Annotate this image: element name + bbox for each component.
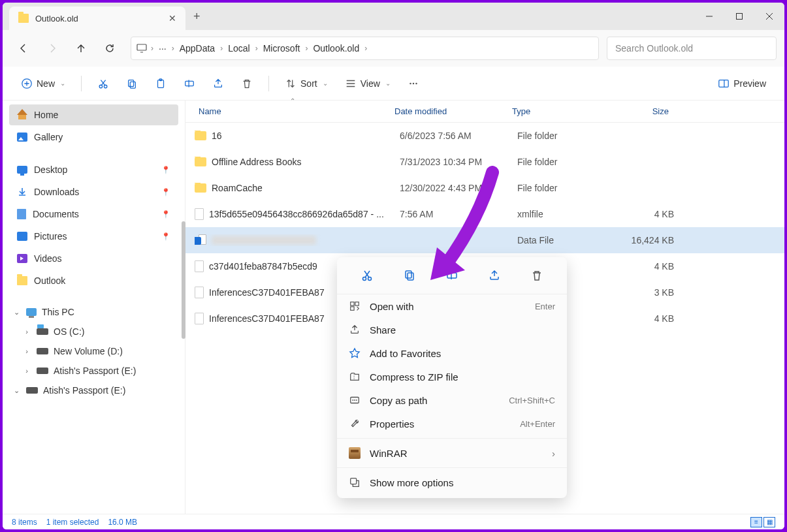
table-row[interactable]: 13f5d655e09456438cc866926da65d87 - ...7:…	[185, 201, 784, 227]
sidebar-drive-e2[interactable]: ⌄Atish's Passport (E:)	[9, 381, 178, 399]
new-tab-button[interactable]: +	[193, 10, 201, 23]
table-row[interactable]: xxxxxxData File16,424 KB	[185, 227, 784, 253]
outlook-file-icon	[195, 234, 206, 246]
breadcrumb-local[interactable]: Local	[225, 42, 252, 55]
ctx-winrar[interactable]: WinRAR›	[337, 441, 567, 465]
forward-button[interactable]	[39, 35, 65, 61]
sidebar-drive-c[interactable]: ›OS (C:)	[9, 322, 178, 341]
file-icon	[195, 287, 204, 298]
column-name[interactable]: ⌃Name	[185, 106, 394, 116]
sidebar-item-desktop[interactable]: Desktop📍	[9, 159, 178, 180]
ctx-open-with[interactable]: Open withEnter	[337, 294, 567, 318]
sidebar-item-home[interactable]: Home	[9, 104, 178, 125]
more-button[interactable]	[401, 74, 426, 93]
sidebar-item-pictures[interactable]: Pictures📍	[9, 226, 178, 247]
svg-line-11	[101, 80, 105, 85]
tab-title: Outlook.old	[35, 14, 162, 23]
ctx-show-more[interactable]: Show more options	[337, 471, 567, 494]
preview-button[interactable]: Preview	[711, 74, 773, 93]
view-mode-switcher: ≡ ▦	[750, 517, 775, 527]
scrollbar-thumb[interactable]	[182, 221, 185, 339]
column-type[interactable]: Type	[512, 106, 610, 116]
breadcrumb-overflow[interactable]: ···	[156, 42, 169, 55]
minimize-button[interactable]	[694, 3, 724, 30]
sidebar-item-outlook[interactable]: Outlook	[9, 270, 178, 291]
sidebar-drive-e1[interactable]: ›Atish's Passport (E:)	[9, 362, 178, 380]
svg-point-22	[410, 82, 411, 84]
new-button[interactable]: New⌄	[14, 74, 72, 93]
chevron-right-icon: ›	[22, 347, 31, 355]
sidebar-item-downloads[interactable]: Downloads📍	[9, 181, 178, 202]
sidebar-item-gallery[interactable]: Gallery	[9, 127, 178, 148]
sidebar-item-documents[interactable]: Documents📍	[9, 204, 178, 225]
table-row[interactable]: Offline Address Books7/31/2023 10:34 PMF…	[185, 149, 784, 175]
titlebar: Outlook.old ✕ +	[3, 3, 784, 30]
cell-date: 7:56 AM	[400, 209, 517, 219]
ctx-favorites[interactable]: Add to Favorites	[337, 341, 567, 365]
search-input[interactable]: Search Outlook.old	[607, 37, 777, 60]
icons-view-button[interactable]: ▦	[763, 517, 775, 527]
tab-current[interactable]: Outlook.old ✕	[9, 7, 185, 30]
breadcrumb-current[interactable]: Outlook.old	[310, 42, 362, 55]
details-view-button[interactable]: ≡	[750, 517, 762, 527]
chevron-right-icon: ›	[172, 44, 174, 53]
chevron-right-icon: ›	[255, 44, 258, 53]
close-button[interactable]	[754, 3, 784, 30]
ctx-copy-button[interactable]	[397, 264, 422, 287]
context-menu: Open withEnter Share Add to Favorites Co…	[337, 257, 567, 498]
ctx-properties[interactable]: PropertiesAlt+Enter	[337, 412, 567, 435]
view-button[interactable]: View⌄	[338, 74, 397, 93]
svg-rect-15	[158, 80, 164, 87]
cell-type: xmlfile	[517, 209, 615, 219]
paste-button[interactable]	[148, 74, 173, 93]
sidebar-drive-d[interactable]: ›New Volume (D:)	[9, 342, 178, 360]
close-tab-button[interactable]: ✕	[169, 13, 176, 23]
sort-up-icon: ⌃	[290, 97, 295, 104]
up-button[interactable]	[68, 35, 94, 61]
ctx-share-button[interactable]	[482, 264, 507, 287]
table-row[interactable]: 166/6/2023 7:56 AMFile folder	[185, 123, 784, 149]
cell-size: 4 KB	[615, 313, 674, 324]
breadcrumb-microsoft[interactable]: Microsoft	[261, 42, 303, 55]
sidebar-item-videos[interactable]: Videos	[9, 248, 178, 269]
maximize-button[interactable]	[724, 3, 754, 30]
ctx-compress[interactable]: Compress to ZIP file	[337, 365, 567, 388]
svg-point-27	[363, 277, 366, 281]
blurred-name: xxxxxx	[212, 236, 316, 245]
sort-button[interactable]: Sort⌄	[278, 74, 334, 93]
ctx-cut-button[interactable]	[355, 264, 379, 287]
folder-icon	[195, 183, 206, 193]
refresh-button[interactable]	[97, 35, 123, 61]
cell-name: 13f5d655e09456438cc866926da65d87 - ...	[195, 208, 400, 220]
svg-rect-33	[447, 273, 457, 278]
address-bar[interactable]: › ··· › AppData › Local › Microsoft › Ou…	[131, 37, 599, 60]
cell-name: Offline Address Books	[195, 157, 400, 167]
pin-icon: 📍	[161, 232, 170, 241]
toolbar: New⌄ Sort⌄ View⌄ Preview	[3, 67, 784, 101]
cell-type: File folder	[517, 157, 615, 167]
sidebar: Home Gallery Desktop📍 Downloads📍 Documen…	[3, 101, 185, 514]
delete-button[interactable]	[234, 74, 259, 93]
file-icon	[195, 260, 204, 272]
chevron-down-icon: ⌄	[12, 308, 21, 317]
ctx-copy-path[interactable]: Copy as pathCtrl+Shift+C	[337, 388, 567, 412]
cut-button[interactable]	[91, 74, 116, 93]
back-button[interactable]	[10, 35, 37, 61]
winrar-icon	[349, 447, 361, 459]
table-row[interactable]: RoamCache12/30/2022 4:43 PMFile folder	[185, 175, 784, 201]
file-explorer-window: Outlook.old ✕ + › ··· › AppData › Local …	[3, 3, 784, 529]
breadcrumb-appdata[interactable]: AppData	[177, 42, 217, 55]
ctx-delete-button[interactable]	[524, 264, 549, 287]
rename-button[interactable]	[177, 74, 202, 93]
chevron-right-icon: ›	[305, 44, 308, 53]
ctx-rename-button[interactable]	[440, 264, 464, 287]
disk-icon	[37, 328, 48, 335]
pin-icon: 📍	[161, 166, 170, 174]
column-date[interactable]: Date modified	[394, 106, 512, 116]
copy-button[interactable]	[120, 74, 144, 93]
share-button[interactable]	[206, 74, 231, 93]
svg-point-24	[415, 82, 417, 84]
ctx-share[interactable]: Share	[337, 318, 567, 341]
sidebar-this-pc[interactable]: ⌄This PC	[9, 303, 178, 321]
column-size[interactable]: Size	[610, 106, 669, 116]
